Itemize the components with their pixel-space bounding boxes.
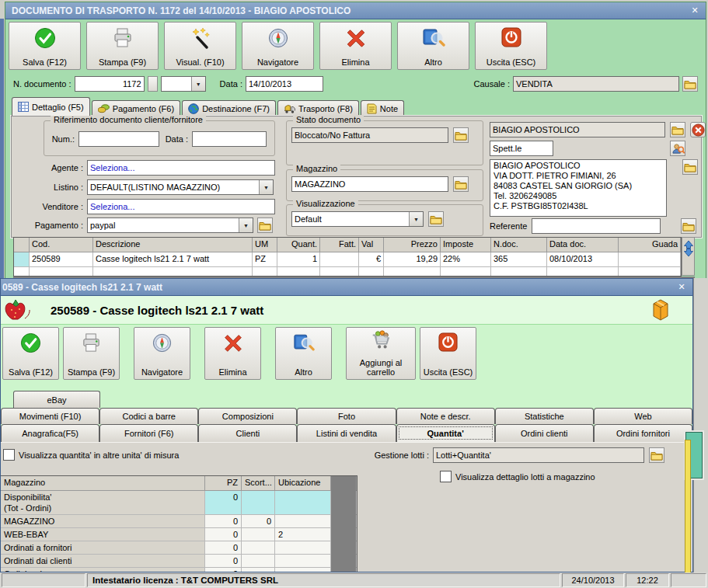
exit-button[interactable]: Uscita (ESC): [420, 327, 476, 380]
address-folder-button[interactable]: [682, 159, 698, 175]
qty-cell[interactable]: 0: [242, 515, 275, 528]
window2-close-icon[interactable]: [675, 281, 688, 293]
col-header[interactable]: Imposte: [441, 238, 491, 252]
tab-quantita[interactable]: Quantita': [396, 424, 495, 442]
tab-note[interactable]: Note: [361, 100, 404, 116]
qty-row-name[interactable]: Ordinati dai clienti: [1, 555, 205, 568]
qty-row-name[interactable]: Disponibilita' (Tot - Ordini): [1, 491, 205, 515]
cell-val[interactable]: €: [359, 252, 384, 267]
col-header[interactable]: Descrizione: [93, 238, 253, 252]
tab-ordini-clienti[interactable]: Ordini clienti: [495, 424, 594, 442]
qty-cell[interactable]: [242, 555, 275, 568]
customer-name-field[interactable]: BIAGIO APOSTOLICO: [490, 122, 665, 137]
doc-suffix-combo[interactable]: [161, 76, 206, 92]
visualizzazione-folder-button[interactable]: [428, 211, 444, 227]
qty-cell[interactable]: [242, 528, 275, 541]
gestione-lotti-field[interactable]: Lotti+Quantita': [433, 447, 644, 463]
window1-titlebar[interactable]: DOCUMENTO DI TRASPORTO N. 1172 del 14/10…: [5, 2, 706, 19]
ref-date-input[interactable]: [192, 131, 267, 147]
col-header[interactable]: Fatt.: [320, 238, 359, 252]
save-button[interactable]: Salva (F12): [2, 327, 59, 380]
tab-dettaglio[interactable]: Dettaglio (F5): [12, 97, 90, 116]
qty-cell[interactable]: 0: [205, 555, 242, 568]
tab-foto[interactable]: Foto: [297, 408, 396, 424]
causale-folder-button[interactable]: [682, 76, 698, 92]
col-header[interactable]: N.doc.: [491, 238, 547, 252]
stato-folder-button[interactable]: [453, 127, 469, 143]
tab-anagrafica[interactable]: Anagrafica(F5): [1, 424, 99, 442]
package-icon[interactable]: [649, 297, 672, 322]
col-header[interactable]: Cod.: [30, 238, 93, 252]
qty-cell[interactable]: [242, 541, 275, 555]
navigator-button[interactable]: Navigatore: [134, 327, 190, 380]
customer-address-box[interactable]: BIAGIO APOSTOLICO VIA DOTT. PIETRO FIMIA…: [490, 159, 667, 217]
customer-search-button[interactable]: [670, 141, 685, 156]
tab-listini-di-vendita[interactable]: Listini di vendita: [297, 424, 396, 442]
referente-folder-button[interactable]: [681, 218, 696, 234]
units-checkbox[interactable]: [3, 449, 15, 461]
ref-num-input[interactable]: [78, 131, 159, 147]
qty-col-header[interactable]: Scort...: [242, 476, 275, 491]
col-header[interactable]: UM: [253, 238, 277, 252]
pagamento-folder-button[interactable]: [257, 217, 273, 233]
tab-statistiche[interactable]: Statistiche: [495, 408, 594, 424]
col-header[interactable]: Prezzo: [384, 238, 441, 252]
tab-fornitori[interactable]: Fornitori (F6): [99, 424, 198, 442]
cell-datadoc[interactable]: 08/10/2013: [547, 252, 619, 267]
print-button[interactable]: Stampa (F9): [86, 22, 159, 70]
qty-cell[interactable]: [275, 555, 331, 568]
causale-field[interactable]: VENDITA: [513, 76, 679, 92]
qty-cell[interactable]: [242, 491, 275, 515]
window2-titlebar[interactable]: 0589 - Casse logitech ls21 2.1 7 watt: [1, 279, 692, 296]
referente-field[interactable]: [532, 218, 661, 234]
num-documento-input[interactable]: 1172: [75, 76, 145, 92]
magazzino-field[interactable]: MAGAZZINO: [291, 176, 448, 192]
cell-cod[interactable]: 250589: [30, 252, 93, 267]
tab-pagamento[interactable]: Pagamento (F6): [92, 100, 180, 116]
scroll-updown-icon[interactable]: [683, 240, 694, 275]
qty-cell[interactable]: [275, 541, 331, 555]
salutation-field[interactable]: Spett.le: [490, 141, 553, 156]
tab-note-descr[interactable]: Note e descr.: [396, 408, 495, 424]
tab-clienti[interactable]: Clienti: [198, 424, 297, 442]
col-header[interactable]: Val: [359, 238, 384, 252]
qty-cell[interactable]: 0: [205, 491, 242, 515]
delete-button[interactable]: Elimina: [204, 327, 261, 380]
tab-web[interactable]: Web: [594, 408, 692, 424]
cell-imposte[interactable]: 22%: [441, 252, 491, 267]
tab-destinazione[interactable]: Destinazione (F7): [182, 100, 276, 116]
qty-cell[interactable]: 0: [205, 528, 242, 541]
qty-row-name[interactable]: WEB-EBAY: [1, 528, 205, 541]
qty-cell[interactable]: 0: [205, 541, 242, 555]
magazzino-folder-button[interactable]: [453, 176, 469, 192]
qty-row-name[interactable]: Ordinati a fornitori: [1, 541, 205, 555]
qty-cell[interactable]: 2: [275, 528, 331, 541]
altro-button[interactable]: Altro: [397, 22, 469, 70]
print-button[interactable]: Stampa (F9): [63, 327, 120, 380]
altro-button[interactable]: Altro: [275, 327, 332, 380]
gestione-lotti-folder-button[interactable]: [649, 447, 664, 463]
cell-descrizione[interactable]: Casse logitech ls21 2.1 7 watt: [93, 252, 253, 267]
customer-remove-button[interactable]: [690, 122, 706, 137]
tab-ebay[interactable]: eBay: [13, 391, 100, 408]
col-header[interactable]: Guada: [619, 238, 681, 252]
row-selector[interactable]: [14, 252, 30, 267]
customer-folder-button[interactable]: [670, 122, 685, 137]
lotti-dettaglio-checkbox[interactable]: [440, 471, 452, 482]
cell-guadagno[interactable]: [619, 252, 681, 267]
venditore-field[interactable]: Seleziona...: [87, 199, 275, 214]
qty-cell[interactable]: [275, 515, 331, 528]
visualizzazione-combo[interactable]: Default: [291, 211, 424, 227]
qty-col-header[interactable]: PZ: [205, 476, 242, 491]
delete-button[interactable]: Elimina: [319, 22, 392, 70]
cell-ndoc[interactable]: 365: [491, 252, 547, 267]
tab-ordini-fornitori[interactable]: Ordini fornitori: [594, 424, 692, 442]
visual-button[interactable]: Visual. (F10): [164, 22, 236, 70]
data-input[interactable]: 14/10/2013: [246, 76, 323, 92]
pagamento-combo[interactable]: paypal: [87, 217, 253, 233]
cell-fatt[interactable]: [320, 252, 359, 267]
tab-movimenti[interactable]: Movimenti (F10): [1, 408, 99, 424]
exit-button[interactable]: Uscita (ESC): [475, 22, 547, 70]
add-to-cart-button[interactable]: Aggiungi al carrello: [346, 327, 416, 380]
col-header[interactable]: Quant.: [277, 238, 320, 252]
